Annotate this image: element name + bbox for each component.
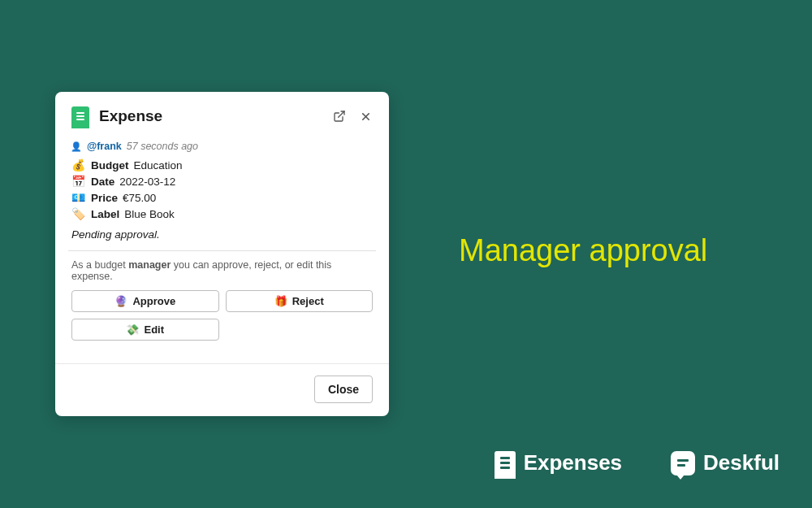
field-price: 💶 Price €75.00	[71, 191, 373, 204]
label-value: Blue Book	[124, 208, 175, 220]
edit-button[interactable]: 💸 Edit	[71, 319, 219, 341]
page-headline: Manager approval	[459, 233, 707, 268]
price-label: Price	[91, 192, 118, 204]
timestamp: 57 seconds ago	[127, 141, 198, 152]
action-buttons: 🔮 Approve 🎁 Reject 💸 Edit	[71, 290, 373, 341]
expense-modal: Expense 👤 @frank 57 seconds ago 💰 Budget…	[55, 92, 389, 416]
approve-label: Approve	[132, 295, 175, 307]
helper-bold: manager	[128, 259, 171, 271]
expenses-logo-icon	[495, 451, 516, 475]
brand-expenses: Expenses	[495, 450, 622, 475]
field-budget: 💰 Budget Education	[71, 158, 373, 172]
date-label: Date	[91, 176, 114, 188]
svg-line-0	[339, 111, 344, 117]
reject-icon: 🎁	[274, 295, 287, 307]
close-button[interactable]: Close	[314, 376, 373, 403]
avatar-icon: 👤	[71, 141, 81, 151]
tag-icon: 🏷️	[71, 207, 86, 220]
field-date: 📅 Date 2022-03-12	[71, 175, 373, 188]
username[interactable]: @frank	[87, 141, 122, 152]
modal-footer: Close	[55, 363, 389, 403]
euro-icon: 💶	[71, 191, 86, 204]
moneybag-icon: 💰	[71, 158, 86, 172]
open-external-icon[interactable]	[332, 109, 347, 124]
helper-pre: As a budget	[71, 259, 128, 271]
modal-title: Expense	[99, 107, 332, 125]
brand-expenses-label: Expenses	[524, 450, 622, 475]
brand-deskful: Deskful	[671, 450, 780, 475]
calendar-icon: 📅	[71, 175, 86, 188]
budget-label: Budget	[91, 159, 129, 172]
brand-deskful-label: Deskful	[703, 450, 780, 475]
approve-icon: 🔮	[114, 295, 127, 307]
reject-label: Reject	[292, 295, 324, 307]
brand-bar: Expenses Deskful	[495, 450, 780, 475]
edit-icon: 💸	[126, 323, 139, 336]
price-value: €75.00	[123, 192, 156, 204]
status-text: Pending approval.	[71, 228, 373, 241]
date-value: 2022-03-12	[119, 176, 175, 188]
modal-header: Expense	[71, 106, 373, 126]
close-icon[interactable]	[358, 109, 373, 124]
deskful-logo-icon	[671, 451, 695, 475]
edit-label: Edit	[144, 323, 164, 336]
receipt-icon	[71, 106, 89, 126]
divider	[68, 250, 376, 251]
helper-text: As a budget manager you can approve, rej…	[71, 259, 373, 282]
reject-button[interactable]: 🎁 Reject	[226, 290, 374, 312]
expense-meta: 👤 @frank 57 seconds ago	[71, 141, 373, 152]
label-label: Label	[91, 208, 119, 220]
field-label: 🏷️ Label Blue Book	[71, 207, 373, 220]
budget-value: Education	[134, 159, 183, 172]
approve-button[interactable]: 🔮 Approve	[71, 290, 219, 312]
